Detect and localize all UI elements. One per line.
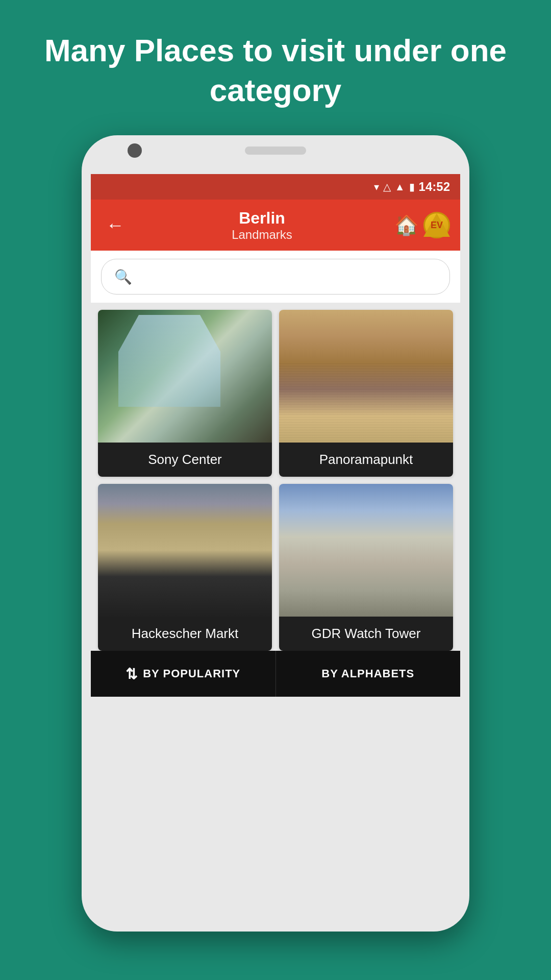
ev-badge-label: EV [431, 220, 443, 231]
place-image-hackescher-markt [98, 484, 272, 617]
app-bar-title: Berlin Landmarks [140, 209, 384, 242]
place-card-gdr-watch-tower[interactable]: GDR Watch Tower [279, 484, 453, 651]
city-title: Berlin [239, 209, 285, 228]
place-card-hackescher-markt[interactable]: Hackescher Markt [98, 484, 272, 651]
place-label-panoramapunkt: Panoramapunkt [279, 443, 453, 477]
status-bar: ▾ △ ▲ ▮ 14:52 [91, 174, 460, 200]
places-grid: Sony Center Panoramapunkt Hackescher Mar… [91, 303, 460, 651]
app-content: ▾ △ ▲ ▮ 14:52 ← Berlin Landmarks 🏠 EV [91, 174, 460, 697]
place-label-gdr-watch-tower: GDR Watch Tower [279, 617, 453, 651]
app-bar: ← Berlin Landmarks 🏠 EV [91, 200, 460, 251]
phone-mockup: ▾ △ ▲ ▮ 14:52 ← Berlin Landmarks 🏠 EV [82, 135, 469, 932]
place-image-sony-center [98, 310, 272, 443]
home-button[interactable]: 🏠 [394, 214, 418, 236]
app-bar-icons: 🏠 EV [394, 212, 450, 238]
place-label-hackescher-markt: Hackescher Markt [98, 617, 272, 651]
place-card-sony-center[interactable]: Sony Center [98, 310, 272, 477]
place-label-sony-center: Sony Center [98, 443, 272, 477]
sort-alphabets-label: BY ALPHABETS [321, 667, 414, 680]
status-icons: ▾ △ ▲ ▮ 14:52 [374, 180, 450, 194]
sort-arrows-icon: ⇅ [126, 666, 138, 682]
ev-badge-button[interactable]: EV [423, 212, 450, 238]
speaker-bar [245, 146, 306, 155]
back-button[interactable]: ← [101, 209, 130, 241]
wifi-icon: ▾ [374, 181, 379, 193]
place-image-gdr-watch-tower [279, 484, 453, 617]
sort-by-popularity[interactable]: ⇅ BY POPULARITY [91, 651, 276, 697]
camera-dot [128, 143, 142, 158]
hero-heading: Many Places to visit under one category [0, 0, 551, 135]
sort-popularity-label: BY POPULARITY [143, 667, 240, 680]
place-card-panoramapunkt[interactable]: Panoramapunkt [279, 310, 453, 477]
sort-bar: ⇅ BY POPULARITY BY ALPHABETS [91, 651, 460, 697]
signal2-icon: ▲ [395, 181, 405, 193]
search-container: 🔍 [91, 251, 460, 303]
place-image-panoramapunkt [279, 310, 453, 443]
category-subtitle: Landmarks [232, 228, 292, 242]
search-bar[interactable]: 🔍 [101, 259, 450, 295]
battery-icon: ▮ [409, 181, 415, 193]
signal1-icon: △ [383, 181, 391, 193]
sort-by-alphabets[interactable]: BY ALPHABETS [276, 651, 461, 697]
status-time: 14:52 [419, 180, 450, 194]
search-input[interactable] [140, 269, 437, 285]
search-icon: 🔍 [114, 268, 132, 285]
